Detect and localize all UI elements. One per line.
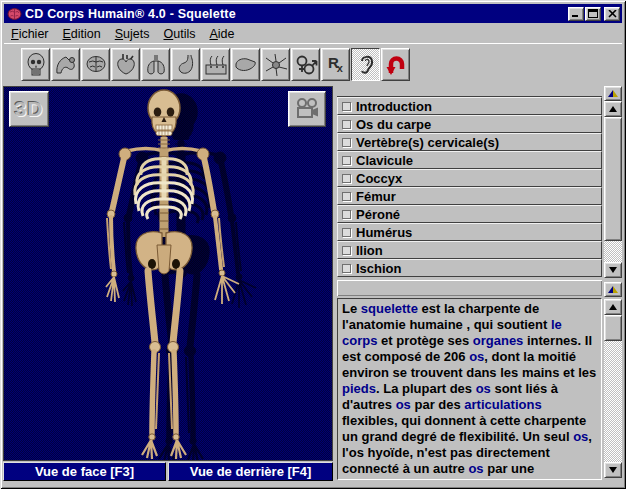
topic-checkbox[interactable]	[342, 120, 351, 129]
topic-label: Humérus	[356, 225, 412, 240]
triangle-up-icon	[609, 106, 617, 112]
topic-item[interactable]: Fémur	[337, 187, 602, 205]
title-bar: CD Corps Humain® 4.0 - Squelette	[4, 4, 622, 23]
stomach-icon	[174, 52, 198, 78]
topic-label: Ischion	[356, 261, 402, 276]
liver-button[interactable]	[231, 48, 260, 81]
topic-item[interactable]: Vertèbre(s) cervicale(s)	[337, 133, 602, 151]
triangle-down-icon	[609, 267, 617, 273]
article-scrollbar[interactable]	[604, 299, 622, 478]
topic-checkbox[interactable]	[342, 192, 351, 201]
back-view-button[interactable]: Vue de derrière [F4]	[168, 462, 333, 481]
neuron-button[interactable]	[261, 48, 290, 81]
back-button[interactable]	[381, 48, 410, 81]
expand-topics-button[interactable]	[604, 86, 622, 101]
minimize-button[interactable]	[568, 7, 584, 21]
maximize-icon	[588, 9, 598, 18]
topic-item[interactable]: Coccyx	[337, 169, 602, 187]
scroll-down-button[interactable]	[604, 262, 622, 278]
gender-icon	[294, 52, 318, 78]
threed-button[interactable]: 3D	[9, 91, 49, 127]
window-controls	[568, 7, 620, 21]
topic-checkbox[interactable]	[342, 246, 351, 255]
topic-label: Péroné	[356, 207, 400, 222]
skin-button[interactable]	[201, 48, 230, 81]
front-view-button[interactable]: Vue de face [F3]	[3, 462, 166, 481]
article-link[interactable]: articulations	[464, 397, 541, 412]
scroll-thumb[interactable]	[604, 315, 622, 341]
stomach-button[interactable]	[171, 48, 200, 81]
topic-checkbox[interactable]	[342, 210, 351, 219]
skull-button[interactable]	[21, 48, 50, 81]
lungs-icon	[144, 52, 168, 78]
liver-icon	[234, 52, 258, 78]
article-text: par des	[411, 397, 464, 412]
skull-icon	[24, 52, 48, 78]
topic-label: Vertèbre(s) cervicale(s)	[356, 135, 499, 150]
article-body: Le squelette est la charpente de l'anato…	[338, 299, 601, 480]
prescription-button[interactable]: Rx	[321, 48, 350, 81]
muscle-button[interactable]	[51, 48, 80, 81]
topic-checkbox[interactable]	[342, 264, 351, 273]
muscle-icon	[54, 52, 78, 78]
article-link[interactable]: organes	[473, 333, 524, 348]
topic-checkbox[interactable]	[342, 156, 351, 165]
topic-label: Ilion	[356, 243, 383, 258]
lungs-button[interactable]	[141, 48, 170, 81]
camera-button[interactable]	[288, 91, 326, 127]
topic-checkbox[interactable]	[342, 138, 351, 147]
menu-item[interactable]: Sujets	[108, 25, 157, 43]
close-button[interactable]	[604, 7, 620, 21]
menu-item[interactable]: Edition	[56, 25, 108, 43]
article-text: par une	[484, 461, 535, 476]
ear-button[interactable]	[351, 48, 380, 81]
article-link[interactable]: os	[469, 349, 484, 364]
expand-article-button[interactable]	[604, 282, 622, 297]
topic-label: Coccyx	[356, 171, 402, 186]
brain-button[interactable]	[81, 48, 110, 81]
article-link[interactable]: os	[476, 381, 491, 396]
topic-item[interactable]: Ilion	[337, 241, 602, 259]
topic-checkbox[interactable]	[342, 228, 351, 237]
heart-icon	[114, 52, 138, 78]
topic-checkbox[interactable]	[342, 102, 351, 111]
back-arrow-icon	[384, 52, 408, 78]
gender-button[interactable]	[291, 48, 320, 81]
article-text: ; situé dans la gorge, il fixe la	[412, 477, 593, 480]
scroll-down-button[interactable]	[604, 462, 622, 478]
topic-checkbox[interactable]	[342, 174, 351, 183]
article-text: Le	[342, 301, 361, 316]
topic-item[interactable]: Humérus	[337, 223, 602, 241]
article-text: et protège ses	[377, 333, 472, 348]
expand-up-icon	[607, 89, 619, 98]
topic-item[interactable]: Introduction	[337, 97, 602, 115]
topic-item[interactable]: Clavicule	[337, 151, 602, 169]
scroll-up-button[interactable]	[604, 101, 622, 117]
menu-item[interactable]: Outils	[157, 25, 203, 43]
topics-scrollbar[interactable]	[604, 101, 622, 278]
topic-label: Clavicule	[356, 153, 413, 168]
panel-spacer	[337, 280, 602, 296]
topic-item[interactable]: Ischion	[337, 259, 602, 277]
toolbar: Rx	[4, 43, 622, 85]
article-link[interactable]: os	[468, 461, 483, 476]
article-link[interactable]: os	[573, 429, 588, 444]
article-link[interactable]: articulation	[342, 477, 412, 480]
maximize-button[interactable]	[585, 7, 601, 21]
topic-item[interactable]: Péroné	[337, 205, 602, 223]
scroll-up-button[interactable]	[604, 299, 622, 315]
topic-label: Os du carpe	[356, 117, 431, 132]
scroll-thumb[interactable]	[604, 117, 622, 241]
skeleton-image	[51, 87, 291, 461]
expand-up-icon	[607, 285, 619, 294]
topic-item[interactable]: Os du carpe	[337, 115, 602, 133]
article-link[interactable]: pieds	[342, 381, 376, 396]
article-link[interactable]: squelette	[361, 301, 418, 316]
heart-button[interactable]	[111, 48, 140, 81]
article-link[interactable]: os	[396, 397, 411, 412]
menu-item[interactable]: Aide	[202, 25, 241, 43]
skeleton-viewer: 3D	[3, 86, 333, 461]
menu-item[interactable]: Fichier	[4, 25, 56, 43]
ear-icon	[354, 52, 378, 78]
close-icon	[608, 10, 617, 18]
